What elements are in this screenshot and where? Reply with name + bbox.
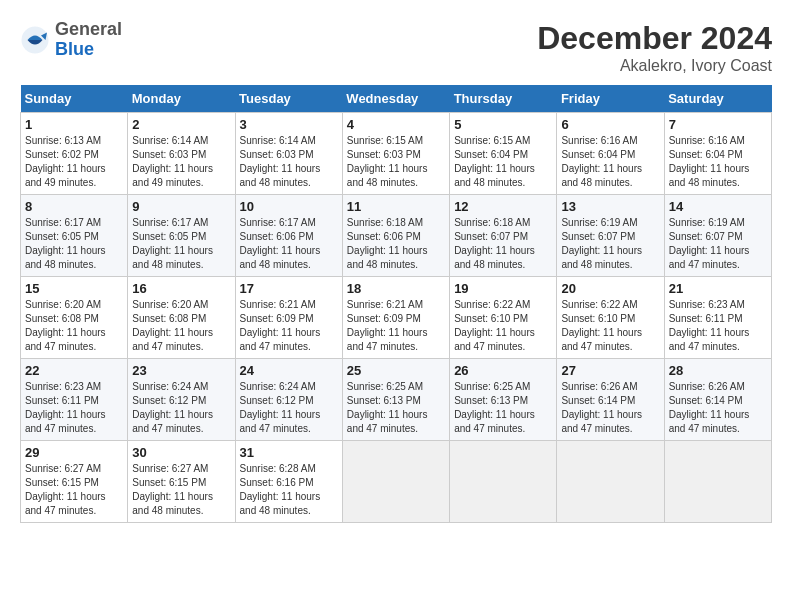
calendar-day-cell: 13Sunrise: 6:19 AMSunset: 6:07 PMDayligh… <box>557 195 664 277</box>
day-info: Sunrise: 6:22 AMSunset: 6:10 PMDaylight:… <box>454 299 535 352</box>
calendar-day-cell: 25Sunrise: 6:25 AMSunset: 6:13 PMDayligh… <box>342 359 449 441</box>
day-info: Sunrise: 6:28 AMSunset: 6:16 PMDaylight:… <box>240 463 321 516</box>
title-block: December 2024 Akalekro, Ivory Coast <box>537 20 772 75</box>
day-info: Sunrise: 6:27 AMSunset: 6:15 PMDaylight:… <box>25 463 106 516</box>
logo-blue: Blue <box>55 40 122 60</box>
day-info: Sunrise: 6:20 AMSunset: 6:08 PMDaylight:… <box>132 299 213 352</box>
day-number: 25 <box>347 363 445 378</box>
day-number: 23 <box>132 363 230 378</box>
day-info: Sunrise: 6:15 AMSunset: 6:03 PMDaylight:… <box>347 135 428 188</box>
calendar-day-cell: 3Sunrise: 6:14 AMSunset: 6:03 PMDaylight… <box>235 113 342 195</box>
day-number: 6 <box>561 117 659 132</box>
day-number: 24 <box>240 363 338 378</box>
calendar-week-row: 1Sunrise: 6:13 AMSunset: 6:02 PMDaylight… <box>21 113 772 195</box>
day-info: Sunrise: 6:16 AMSunset: 6:04 PMDaylight:… <box>669 135 750 188</box>
calendar-day-cell: 5Sunrise: 6:15 AMSunset: 6:04 PMDaylight… <box>450 113 557 195</box>
day-number: 26 <box>454 363 552 378</box>
calendar-day-cell: 16Sunrise: 6:20 AMSunset: 6:08 PMDayligh… <box>128 277 235 359</box>
calendar-day-cell: 19Sunrise: 6:22 AMSunset: 6:10 PMDayligh… <box>450 277 557 359</box>
calendar-day-cell: 10Sunrise: 6:17 AMSunset: 6:06 PMDayligh… <box>235 195 342 277</box>
col-friday: Friday <box>557 85 664 113</box>
calendar-day-cell: 27Sunrise: 6:26 AMSunset: 6:14 PMDayligh… <box>557 359 664 441</box>
calendar-day-cell: 23Sunrise: 6:24 AMSunset: 6:12 PMDayligh… <box>128 359 235 441</box>
day-number: 27 <box>561 363 659 378</box>
day-info: Sunrise: 6:24 AMSunset: 6:12 PMDaylight:… <box>132 381 213 434</box>
day-number: 1 <box>25 117 123 132</box>
calendar-day-cell: 7Sunrise: 6:16 AMSunset: 6:04 PMDaylight… <box>664 113 771 195</box>
calendar-day-cell: 18Sunrise: 6:21 AMSunset: 6:09 PMDayligh… <box>342 277 449 359</box>
day-info: Sunrise: 6:15 AMSunset: 6:04 PMDaylight:… <box>454 135 535 188</box>
calendar-body: 1Sunrise: 6:13 AMSunset: 6:02 PMDaylight… <box>21 113 772 523</box>
calendar-day-cell <box>342 441 449 523</box>
day-info: Sunrise: 6:14 AMSunset: 6:03 PMDaylight:… <box>240 135 321 188</box>
calendar-day-cell: 31Sunrise: 6:28 AMSunset: 6:16 PMDayligh… <box>235 441 342 523</box>
calendar-week-row: 29Sunrise: 6:27 AMSunset: 6:15 PMDayligh… <box>21 441 772 523</box>
day-info: Sunrise: 6:19 AMSunset: 6:07 PMDaylight:… <box>561 217 642 270</box>
col-monday: Monday <box>128 85 235 113</box>
day-number: 22 <box>25 363 123 378</box>
day-number: 5 <box>454 117 552 132</box>
col-tuesday: Tuesday <box>235 85 342 113</box>
day-number: 17 <box>240 281 338 296</box>
day-number: 30 <box>132 445 230 460</box>
calendar-day-cell: 28Sunrise: 6:26 AMSunset: 6:14 PMDayligh… <box>664 359 771 441</box>
day-info: Sunrise: 6:23 AMSunset: 6:11 PMDaylight:… <box>669 299 750 352</box>
col-saturday: Saturday <box>664 85 771 113</box>
calendar-day-cell: 4Sunrise: 6:15 AMSunset: 6:03 PMDaylight… <box>342 113 449 195</box>
day-number: 7 <box>669 117 767 132</box>
calendar-day-cell: 14Sunrise: 6:19 AMSunset: 6:07 PMDayligh… <box>664 195 771 277</box>
day-number: 11 <box>347 199 445 214</box>
col-sunday: Sunday <box>21 85 128 113</box>
day-number: 31 <box>240 445 338 460</box>
weekday-header-row: Sunday Monday Tuesday Wednesday Thursday… <box>21 85 772 113</box>
day-number: 28 <box>669 363 767 378</box>
day-number: 8 <box>25 199 123 214</box>
calendar-week-row: 8Sunrise: 6:17 AMSunset: 6:05 PMDaylight… <box>21 195 772 277</box>
day-number: 13 <box>561 199 659 214</box>
calendar-day-cell: 11Sunrise: 6:18 AMSunset: 6:06 PMDayligh… <box>342 195 449 277</box>
day-info: Sunrise: 6:19 AMSunset: 6:07 PMDaylight:… <box>669 217 750 270</box>
day-number: 2 <box>132 117 230 132</box>
day-number: 9 <box>132 199 230 214</box>
day-info: Sunrise: 6:24 AMSunset: 6:12 PMDaylight:… <box>240 381 321 434</box>
logo-text: General Blue <box>55 20 122 60</box>
col-thursday: Thursday <box>450 85 557 113</box>
calendar-day-cell: 20Sunrise: 6:22 AMSunset: 6:10 PMDayligh… <box>557 277 664 359</box>
day-number: 12 <box>454 199 552 214</box>
day-info: Sunrise: 6:23 AMSunset: 6:11 PMDaylight:… <box>25 381 106 434</box>
day-number: 29 <box>25 445 123 460</box>
day-number: 16 <box>132 281 230 296</box>
day-number: 21 <box>669 281 767 296</box>
day-number: 10 <box>240 199 338 214</box>
calendar-day-cell <box>557 441 664 523</box>
col-wednesday: Wednesday <box>342 85 449 113</box>
calendar-week-row: 15Sunrise: 6:20 AMSunset: 6:08 PMDayligh… <box>21 277 772 359</box>
calendar-day-cell: 2Sunrise: 6:14 AMSunset: 6:03 PMDaylight… <box>128 113 235 195</box>
day-info: Sunrise: 6:16 AMSunset: 6:04 PMDaylight:… <box>561 135 642 188</box>
day-info: Sunrise: 6:18 AMSunset: 6:06 PMDaylight:… <box>347 217 428 270</box>
day-info: Sunrise: 6:17 AMSunset: 6:06 PMDaylight:… <box>240 217 321 270</box>
day-number: 18 <box>347 281 445 296</box>
calendar-day-cell: 8Sunrise: 6:17 AMSunset: 6:05 PMDaylight… <box>21 195 128 277</box>
calendar-week-row: 22Sunrise: 6:23 AMSunset: 6:11 PMDayligh… <box>21 359 772 441</box>
calendar-day-cell: 17Sunrise: 6:21 AMSunset: 6:09 PMDayligh… <box>235 277 342 359</box>
calendar-day-cell: 21Sunrise: 6:23 AMSunset: 6:11 PMDayligh… <box>664 277 771 359</box>
calendar-day-cell: 29Sunrise: 6:27 AMSunset: 6:15 PMDayligh… <box>21 441 128 523</box>
calendar-day-cell: 12Sunrise: 6:18 AMSunset: 6:07 PMDayligh… <box>450 195 557 277</box>
day-number: 19 <box>454 281 552 296</box>
calendar-day-cell <box>664 441 771 523</box>
calendar-day-cell: 15Sunrise: 6:20 AMSunset: 6:08 PMDayligh… <box>21 277 128 359</box>
day-info: Sunrise: 6:20 AMSunset: 6:08 PMDaylight:… <box>25 299 106 352</box>
calendar-day-cell: 22Sunrise: 6:23 AMSunset: 6:11 PMDayligh… <box>21 359 128 441</box>
calendar-day-cell: 24Sunrise: 6:24 AMSunset: 6:12 PMDayligh… <box>235 359 342 441</box>
day-info: Sunrise: 6:25 AMSunset: 6:13 PMDaylight:… <box>347 381 428 434</box>
day-info: Sunrise: 6:17 AMSunset: 6:05 PMDaylight:… <box>132 217 213 270</box>
day-info: Sunrise: 6:27 AMSunset: 6:15 PMDaylight:… <box>132 463 213 516</box>
logo-general: General <box>55 20 122 40</box>
day-number: 20 <box>561 281 659 296</box>
day-info: Sunrise: 6:26 AMSunset: 6:14 PMDaylight:… <box>669 381 750 434</box>
calendar-day-cell: 30Sunrise: 6:27 AMSunset: 6:15 PMDayligh… <box>128 441 235 523</box>
day-info: Sunrise: 6:14 AMSunset: 6:03 PMDaylight:… <box>132 135 213 188</box>
day-info: Sunrise: 6:25 AMSunset: 6:13 PMDaylight:… <box>454 381 535 434</box>
calendar-day-cell: 1Sunrise: 6:13 AMSunset: 6:02 PMDaylight… <box>21 113 128 195</box>
